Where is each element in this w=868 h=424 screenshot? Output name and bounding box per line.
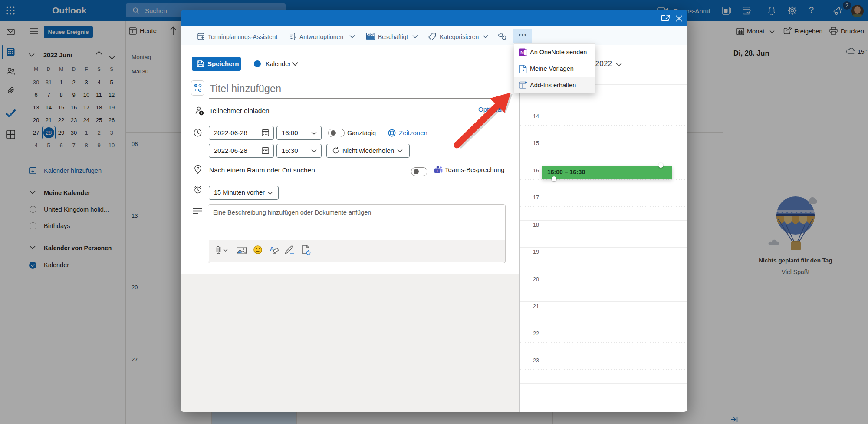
svg-text:N: N: [520, 50, 524, 55]
svg-text:T: T: [436, 169, 438, 173]
